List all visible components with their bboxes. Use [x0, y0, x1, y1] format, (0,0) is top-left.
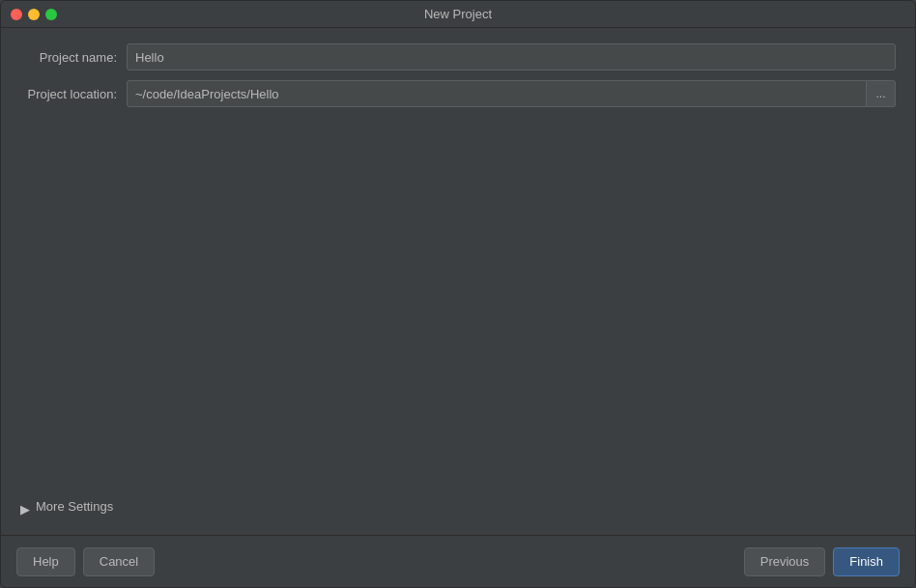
more-settings-toggle[interactable]: ▶ More Settings	[20, 493, 896, 519]
minimize-button[interactable]	[28, 9, 40, 20]
bottom-right-buttons: Previous Finish	[744, 547, 900, 576]
maximize-button[interactable]	[45, 9, 57, 20]
help-button[interactable]: Help	[16, 547, 75, 576]
browse-button[interactable]: ...	[867, 80, 896, 107]
finish-button[interactable]: Finish	[833, 547, 900, 576]
bottom-left-buttons: Help Cancel	[16, 547, 155, 576]
window-title: New Project	[424, 7, 492, 21]
content-spacer	[20, 117, 896, 493]
project-location-input[interactable]	[127, 80, 867, 107]
bottom-bar: Help Cancel Previous Finish	[1, 535, 915, 587]
title-bar: New Project	[1, 1, 915, 28]
project-name-label: Project name:	[20, 50, 127, 65]
project-location-field: ...	[127, 80, 896, 107]
project-location-row: Project location: ...	[20, 80, 896, 107]
project-location-label: Project location:	[20, 87, 127, 101]
dialog-content: Project name: Project location: ... ▶ Mo…	[1, 28, 915, 535]
project-name-input[interactable]	[127, 43, 896, 70]
new-project-dialog: New Project Project name: Project locati…	[0, 0, 916, 588]
previous-button[interactable]: Previous	[744, 547, 826, 576]
cancel-button[interactable]: Cancel	[83, 547, 155, 576]
window-controls	[11, 9, 57, 20]
project-name-row: Project name:	[20, 43, 896, 70]
chevron-right-icon: ▶	[20, 502, 30, 512]
close-button[interactable]	[11, 9, 22, 20]
more-settings-label: More Settings	[36, 499, 113, 514]
